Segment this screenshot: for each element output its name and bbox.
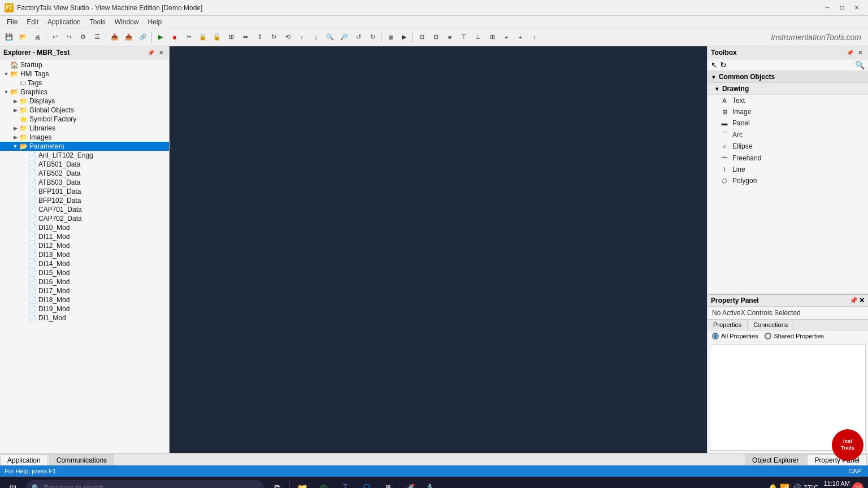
tree-item[interactable]: 📄 DI1_Mod <box>0 313 169 323</box>
tab-object-explorer[interactable]: Object Explorer <box>745 454 806 465</box>
notification-badge[interactable]: 22 <box>852 482 863 488</box>
taskbar-teams-icon[interactable]: T <box>335 478 355 488</box>
tree-item[interactable]: ▶ 📁 Global Objects <box>0 106 169 115</box>
toolbox-item-text[interactable]: A Text <box>708 95 868 106</box>
tb-rotate[interactable]: ↻ <box>267 30 280 44</box>
tb-group[interactable]: ⊞ <box>224 30 238 44</box>
tree-item[interactable]: 📄 BFP101_Data <box>0 187 169 196</box>
taskbar-chrome-icon[interactable]: ◎ <box>314 478 334 488</box>
property-tab-properties[interactable]: Properties <box>708 320 748 330</box>
tb-run[interactable]: ▶ <box>154 30 167 44</box>
taskbar-app1-icon[interactable]: 🖥 <box>378 478 398 488</box>
tb-nudge-up[interactable]: ↑ <box>528 30 541 44</box>
tab-communications[interactable]: Communications <box>49 454 114 465</box>
toolbox-item-panel[interactable]: ▬ Panel <box>708 117 868 129</box>
taskbar-files-icon[interactable]: 📁 <box>292 478 313 488</box>
tb-cut[interactable]: ✂ <box>182 30 196 44</box>
tree-item[interactable]: 📄 AnI_LIT102_Engg <box>0 151 169 160</box>
menu-file[interactable]: File <box>2 17 22 27</box>
tb-stop[interactable]: ■ <box>168 30 181 44</box>
taskbar-search-bar[interactable]: 🔍 <box>26 480 263 488</box>
toolbox-item-image[interactable]: ⊞ Image <box>708 106 868 117</box>
menu-edit[interactable]: Edit <box>22 17 43 27</box>
tray-network[interactable]: 📶 <box>780 483 789 488</box>
radio-shared-properties[interactable]: Shared Properties <box>765 333 824 339</box>
tb-align-middle[interactable]: ⊞ <box>485 30 499 44</box>
toolbox-section-common-objects[interactable]: ▼ Common Objects <box>708 71 868 83</box>
minimize-button[interactable]: ─ <box>821 3 834 13</box>
tb-back[interactable]: ↓ <box>309 30 323 44</box>
tb-nudge-right[interactable]: + <box>514 30 527 44</box>
canvas-area[interactable] <box>170 46 707 453</box>
tree-item[interactable]: 🏠 Startup <box>0 60 169 69</box>
tb-open[interactable]: 📂 <box>16 30 30 44</box>
tree-item[interactable]: ▼ 📂 Parameters <box>0 142 169 151</box>
taskbar-outlook-icon[interactable]: O <box>357 478 377 488</box>
tree-item[interactable]: 📄 DI17_Mod <box>0 286 169 295</box>
tree-item[interactable]: 📄 ATB503_Data <box>0 178 169 187</box>
tree-item[interactable]: 📄 DI16_Mod <box>0 277 169 286</box>
tb-align-bottom[interactable]: ⊥ <box>471 30 485 44</box>
toolbox-item-polygon[interactable]: ⬠ Polygon <box>708 175 868 186</box>
tb-align-h[interactable]: ⇔ <box>238 30 252 44</box>
tb-print[interactable]: 🖨 <box>31 30 44 44</box>
tb-tag[interactable]: 🔗 <box>136 30 150 44</box>
tab-application[interactable]: Application <box>0 454 48 465</box>
explorer-tree[interactable]: 🏠 Startup ▼ 📂 HMI Tags 🏷 Tags ▼ 📂 Graphi… <box>0 59 169 453</box>
tree-item[interactable]: 📄 DI14_Mod <box>0 259 169 268</box>
explorer-close-button[interactable]: ✕ <box>157 48 166 57</box>
tree-item[interactable]: ▶ 📁 Libraries <box>0 124 169 133</box>
tree-item[interactable]: 📄 DI12_Mod <box>0 241 169 250</box>
tree-item[interactable]: ▼ 📂 Graphics <box>0 88 169 97</box>
tb-align-left[interactable]: ⊟ <box>415 30 428 44</box>
toolbox-item-line[interactable]: \ Line <box>708 164 868 175</box>
tree-item[interactable]: 📄 CAP702_Data <box>0 214 169 223</box>
toolbox-refresh-tool[interactable]: ↻ <box>720 60 727 69</box>
menu-tools[interactable]: Tools <box>85 17 110 27</box>
tree-item[interactable]: 📄 DI11_Mod <box>0 232 169 241</box>
tree-item[interactable]: 📄 DI19_Mod <box>0 304 169 313</box>
tree-item[interactable]: 📄 ATB501_Data <box>0 160 169 169</box>
tree-item[interactable]: 📄 DI18_Mod <box>0 295 169 304</box>
tb-undo2[interactable]: ↺ <box>351 30 365 44</box>
tb-align-center[interactable]: ⊟ <box>429 30 442 44</box>
taskbar-app2-icon[interactable]: 🚀 <box>400 478 420 488</box>
tb-runtime[interactable]: ▶ <box>397 30 411 44</box>
tree-item[interactable]: ⭐ Symbol Factory <box>0 115 169 124</box>
menu-window[interactable]: Window <box>110 17 144 27</box>
tree-item[interactable]: ▶ 📁 Images <box>0 133 169 142</box>
tb-redo[interactable]: ↪ <box>62 30 76 44</box>
tree-item[interactable]: 📄 DI13_Mod <box>0 250 169 259</box>
tree-item[interactable]: 📄 DI15_Mod <box>0 268 169 277</box>
tb-zoom-in[interactable]: 🔍 <box>323 30 337 44</box>
tree-item[interactable]: 📄 BFP102_Data <box>0 196 169 205</box>
tb-export[interactable]: 📤 <box>122 30 136 44</box>
toolbox-select-tool[interactable]: ↖ <box>711 60 718 69</box>
tb-new[interactable]: 💾 <box>2 30 16 44</box>
tree-item[interactable]: 📄 DI10_Mod <box>0 223 169 232</box>
tree-item[interactable]: 🏷 Tags <box>0 79 169 88</box>
tb-zoom-out[interactable]: 🔎 <box>337 30 351 44</box>
tb-undo[interactable]: ↩ <box>48 30 62 44</box>
tb-align-v[interactable]: ⇕ <box>253 30 266 44</box>
taskview-button[interactable]: ⧉ <box>267 478 287 488</box>
tb-props[interactable]: ⚙ <box>76 30 90 44</box>
maximize-button[interactable]: □ <box>835 3 849 13</box>
tray-volume[interactable]: 🔊 <box>792 483 801 488</box>
toolbox-item-freehand[interactable]: 〜 Freehand <box>708 152 868 164</box>
tb-list[interactable]: ☰ <box>90 30 104 44</box>
radio-all-properties[interactable]: All Properties <box>712 333 758 339</box>
tree-item[interactable]: 📄 ATB502_Data <box>0 169 169 178</box>
menu-application[interactable]: Application <box>43 17 85 27</box>
taskbar-app3-icon[interactable]: 🔧 <box>421 478 441 488</box>
explorer-pin-button[interactable]: 📌 <box>146 48 155 57</box>
toolbox-item-ellipse[interactable]: ○ Ellipse <box>708 141 868 152</box>
tree-item[interactable]: 📄 CAP701_Data <box>0 205 169 214</box>
toolbox-item-arc[interactable]: ⌒ Arc <box>708 129 868 141</box>
property-tab-connections[interactable]: Connections <box>748 320 794 330</box>
close-button[interactable]: ✕ <box>850 3 863 13</box>
start-button[interactable]: ⊞ <box>2 478 23 488</box>
tb-align-top[interactable]: ⊤ <box>457 30 471 44</box>
tb-front[interactable]: ↑ <box>295 30 309 44</box>
toolbox-close-button[interactable]: ✕ <box>856 48 865 57</box>
